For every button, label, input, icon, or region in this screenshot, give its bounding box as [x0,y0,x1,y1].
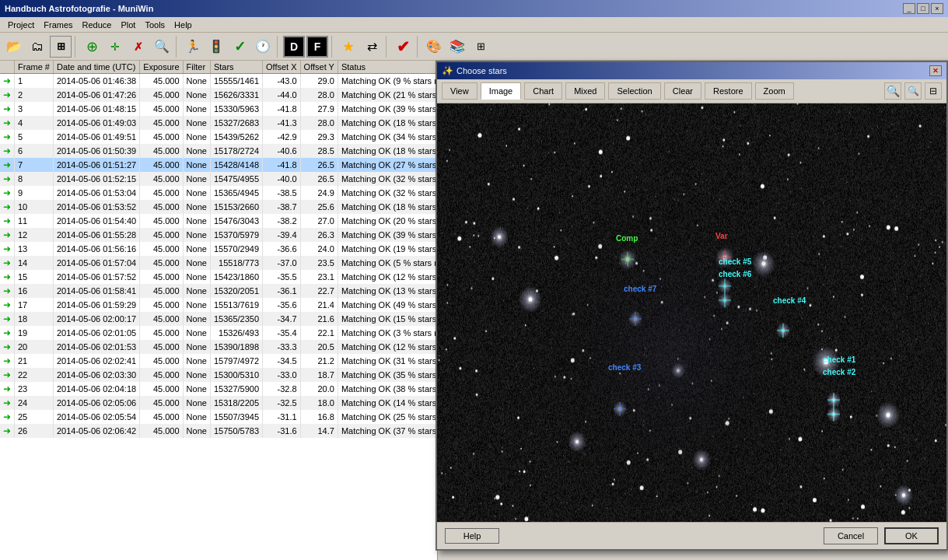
table-row[interactable]: ➜ 4 2014-05-06 01:49:03 45.000 None 1532… [0,116,438,130]
row-icon: ➜ [0,186,15,200]
row-offsetx: -38.2 [263,214,301,228]
table-row[interactable]: ➜ 26 2014-05-06 02:06:42 45.000 None 157… [0,424,438,438]
row-offsetx: -40.6 [263,144,301,158]
traffic-light-button[interactable]: 🚦 [205,36,227,58]
search-button[interactable]: 🔍 [151,36,173,58]
table-row[interactable]: ➜ 18 2014-05-06 02:00:17 45.000 None 153… [0,312,438,326]
zoom-reset-button[interactable]: ⊟ [925,82,942,100]
v-mark-button[interactable]: ✔ [392,36,414,58]
row-datetime: 2014-05-06 01:52:15 [53,172,139,186]
table-row[interactable]: ➜ 15 2014-05-06 01:57:52 45.000 None 154… [0,270,438,284]
col-stars[interactable]: Stars [210,61,262,74]
col-offsetx[interactable]: Offset X [263,61,301,74]
tab-restore[interactable]: Restore [705,82,752,100]
col-offsety[interactable]: Offset Y [300,61,338,74]
tab-zoom[interactable]: Zoom [755,82,794,100]
help-button[interactable]: Help [445,528,499,544]
table-row[interactable]: ➜ 22 2014-05-06 02:03:30 45.000 None 153… [0,368,438,382]
menu-project[interactable]: Project [3,19,39,30]
tab-view[interactable]: View [442,82,477,100]
menu-tools[interactable]: Tools [140,19,170,30]
table-row[interactable]: ➜ 1 2014-05-06 01:46:38 45.000 None 1555… [0,74,438,88]
col-filter[interactable]: Filter [183,61,210,74]
table-row[interactable]: ➜ 8 2014-05-06 01:52:15 45.000 None 1547… [0,172,438,186]
table-row[interactable]: ➜ 10 2014-05-06 01:53:52 45.000 None 151… [0,200,438,214]
row-frame: 21 [15,354,54,368]
row-stars: 15326/493 [210,326,262,340]
table-row[interactable]: ➜ 19 2014-05-06 02:01:05 45.000 None 153… [0,326,438,340]
row-status: Matching OK (34 % stars m [338,130,438,144]
row-datetime: 2014-05-06 02:00:17 [53,312,139,326]
table-row[interactable]: ➜ 21 2014-05-06 02:02:41 45.000 None 157… [0,354,438,368]
table-area[interactable]: Frame # Date and time (UTC) Exposure Fil… [0,61,438,560]
table-row[interactable]: ➜ 20 2014-05-06 02:01:53 45.000 None 153… [0,340,438,354]
clock-button[interactable]: 🕐 [252,36,274,58]
row-frame: 16 [15,284,54,298]
table-row[interactable]: ➜ 9 2014-05-06 01:53:04 45.000 None 1536… [0,186,438,200]
add-frame-button[interactable]: ⊕ [81,36,103,58]
table-row[interactable]: ➜ 24 2014-05-06 02:05:06 45.000 None 153… [0,396,438,410]
row-offsetx: -38.5 [263,186,301,200]
row-datetime: 2014-05-06 02:04:18 [53,382,139,396]
cancel-button[interactable]: Cancel [824,527,878,544]
zoom-out-button[interactable]: 🔍 [904,82,922,100]
table-row[interactable]: ➜ 12 2014-05-06 01:55:28 45.000 None 153… [0,228,438,242]
col-frame[interactable]: Frame # [15,61,54,74]
move-button[interactable]: ✛ [104,36,126,58]
table-row[interactable]: ➜ 3 2014-05-06 01:48:15 45.000 None 1533… [0,102,438,116]
zoom-in-button[interactable]: 🔍 [884,82,901,100]
menu-reduce[interactable]: Reduce [78,19,117,30]
table-row[interactable]: ➜ 7 2014-05-06 01:51:27 45.000 None 1542… [0,158,438,172]
table-row[interactable]: ➜ 13 2014-05-06 01:56:16 45.000 None 155… [0,242,438,256]
table-row[interactable]: ➜ 6 2014-05-06 01:50:39 45.000 None 1517… [0,144,438,158]
row-icon: ➜ [0,200,15,214]
open-file-button[interactable]: 🗂 [26,36,48,58]
check-button[interactable]: ✓ [229,36,250,58]
row-frame: 25 [15,410,54,424]
row-stars: 15178/2724 [210,144,262,158]
star-button[interactable]: ★ [338,36,359,58]
row-status: Matching OK (39 % stars m [338,102,438,116]
row-offsety: 24.9 [300,186,338,200]
table-row[interactable]: ➜ 25 2014-05-06 02:05:54 45.000 None 155… [0,410,438,424]
grid-button[interactable]: ⊞ [50,36,72,58]
col-exposure[interactable]: Exposure [140,61,183,74]
tab-image[interactable]: Image [481,82,522,100]
table-row[interactable]: ➜ 16 2014-05-06 01:58:41 45.000 None 153… [0,284,438,298]
menu-help[interactable]: Help [170,19,197,30]
table-row[interactable]: ➜ 2 2014-05-06 01:47:26 45.000 None 1562… [0,88,438,102]
minimize-button[interactable]: _ [903,3,915,14]
run-button[interactable]: 🏃 [182,36,204,58]
table-row[interactable]: ➜ 23 2014-05-06 02:04:18 45.000 None 153… [0,382,438,396]
tab-mixed[interactable]: Mixed [565,82,605,100]
row-filter: None [183,312,210,326]
col-datetime[interactable]: Date and time (UTC) [53,61,139,74]
row-exposure: 45.000 [140,200,183,214]
d-badge-button[interactable]: D [283,36,305,58]
tab-selection[interactable]: Selection [608,82,660,100]
delete-button[interactable]: ✗ [128,36,149,58]
arrows-button[interactable]: ⇄ [361,36,383,58]
table-row[interactable]: ➜ 14 2014-05-06 01:57:04 45.000 None 155… [0,256,438,270]
grid2-button[interactable]: ⊞ [470,36,491,58]
f-badge-button[interactable]: F [306,36,328,58]
maximize-button[interactable]: □ [917,3,929,14]
close-button[interactable]: × [931,3,943,14]
dialog-close-button[interactable]: ✕ [929,65,942,76]
palette-button[interactable]: 🎨 [423,36,445,58]
table-row[interactable]: ➜ 11 2014-05-06 01:54:40 45.000 None 154… [0,214,438,228]
layers-button[interactable]: 📚 [446,36,468,58]
row-offsety: 14.7 [300,424,338,438]
frames-table: Frame # Date and time (UTC) Exposure Fil… [0,61,438,438]
row-filter: None [183,284,210,298]
menu-plot[interactable]: Plot [116,19,140,30]
open-folder-button[interactable]: 📂 [3,36,25,58]
table-row[interactable]: ➜ 17 2014-05-06 01:59:29 45.000 None 155… [0,298,438,312]
tab-chart[interactable]: Chart [524,82,562,100]
menu-frames[interactable]: Frames [39,19,77,30]
col-status[interactable]: Status [338,61,438,74]
tab-clear[interactable]: Clear [664,82,701,100]
table-row[interactable]: ➜ 5 2014-05-06 01:49:51 45.000 None 1543… [0,130,438,144]
ok-button[interactable]: OK [884,527,939,544]
row-icon: ➜ [0,340,15,354]
